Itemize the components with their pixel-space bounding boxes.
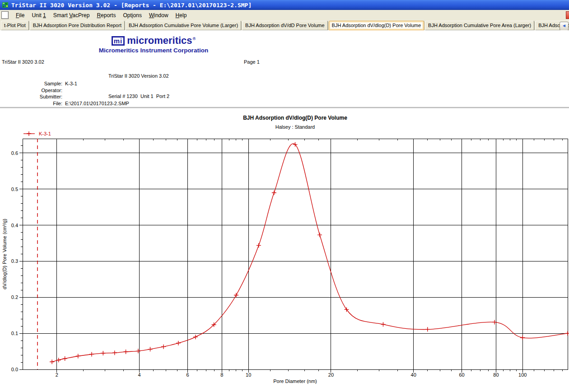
menu-bar: FileUnit 1Smart VacPrepReportsOptionsWin… <box>0 10 569 20</box>
mdi-close-button[interactable] <box>566 11 569 19</box>
field-row: Operator: <box>0 87 129 94</box>
series-line-K-3-1 <box>52 144 568 362</box>
field-row: Submitter: <box>0 93 129 100</box>
svg-text:0.5: 0.5 <box>11 187 18 192</box>
title-bar: TriStar II 3020 Version 3.02 - [Reports … <box>0 0 569 10</box>
y-axis-title: dV/dlog(D) Pore Volume (cm³/g) <box>2 219 7 289</box>
sample-fields: Sample:K-3-1Operator:Submitter:File:E:\2… <box>0 80 129 107</box>
menu-window[interactable]: Window <box>145 11 172 19</box>
svg-text:0.1: 0.1 <box>11 331 18 336</box>
instrument-version: TriStar II 3020 Version 3.02 <box>108 73 169 79</box>
svg-text:8: 8 <box>220 372 223 378</box>
svg-text:0.4: 0.4 <box>11 223 18 228</box>
mdi-document-icon[interactable] <box>1 11 9 19</box>
field-label: Sample: <box>0 80 62 87</box>
svg-text:0.0: 0.0 <box>11 367 18 372</box>
corporation-name: Micromeritics Instrument Corporation <box>0 47 307 54</box>
svg-text:0.2: 0.2 <box>11 294 18 300</box>
field-label: Operator: <box>0 87 62 94</box>
svg-text:40: 40 <box>411 372 416 378</box>
vendor-logo: mi micromeritics® Micromeritics Instrume… <box>0 35 307 54</box>
field-label: Submitter: <box>0 93 62 100</box>
svg-text:20: 20 <box>328 372 334 378</box>
pore-volume-chart: 246810204060801000.00.10.20.30.40.50.6K-… <box>0 108 569 392</box>
menu-reports[interactable]: Reports <box>93 11 119 19</box>
series-markers-K-3-1 <box>50 142 569 364</box>
window-title: TriStar II 3020 Version 3.02 - [Reports … <box>11 2 252 9</box>
legend-label: K-3-1 <box>39 131 51 136</box>
menu-options[interactable]: Options <box>119 11 145 19</box>
menu-unit-1[interactable]: Unit 1 <box>28 11 49 19</box>
report-app-version: TriStar II 3020 3.02 <box>2 59 44 65</box>
app-icon <box>2 1 9 9</box>
svg-text:6: 6 <box>186 372 189 378</box>
field-row: Sample:K-3-1 <box>0 80 129 87</box>
tab-5[interactable]: BJH Adsorption dV/dlog(D) Pore Volume <box>329 21 424 30</box>
svg-text:10: 10 <box>246 372 251 378</box>
menu-smart-vacprep[interactable]: Smart VacPrep <box>50 11 93 19</box>
plot-frame <box>23 139 568 369</box>
field-value: E:\2017.01\20170123-2.SMP <box>65 100 129 107</box>
application-window: TriStar II 3020 Version 3.02 - [Reports … <box>0 0 569 392</box>
report-page: mi micromeritics® Micromeritics Instrume… <box>0 30 569 392</box>
menu-items: FileUnit 1Smart VacPrepReportsOptionsWin… <box>12 11 190 19</box>
chart-tick-labels: 246810204060801000.00.10.20.30.40.50.6 <box>11 150 527 378</box>
chart-title: BJH Adsorption dV/dlog(D) Pore Volume <box>243 115 347 121</box>
page-number: Page 1 <box>244 59 260 65</box>
field-row: File:E:\2017.01\20170123-2.SMP <box>0 100 129 107</box>
registered-mark: ® <box>193 37 196 41</box>
tab-3[interactable]: BJH Adsorption Cumulative Pore Volume (L… <box>126 21 241 30</box>
menu-help[interactable]: Help <box>172 11 191 19</box>
field-label: File: <box>0 100 62 107</box>
logo-mark: mi <box>112 36 125 46</box>
tab-2[interactable]: BJH Adsorption Pore Distribution Report <box>30 21 125 30</box>
svg-text:0.6: 0.6 <box>11 150 18 156</box>
tab-strip: t-Plot PlotBJH Adsorption Pore Distribut… <box>0 20 569 30</box>
tab-6[interactable]: BJH Adsorption Cumulative Pore Area (Lar… <box>425 21 534 30</box>
chart-legend: K-3-1 <box>23 131 51 136</box>
chart-subtitle: Halsey : Standard <box>275 124 315 130</box>
chart-ticks <box>19 139 563 373</box>
logo-name: micromeritics® <box>127 35 196 47</box>
svg-text:60: 60 <box>459 372 464 378</box>
svg-text:100: 100 <box>518 372 527 378</box>
tab-4[interactable]: BJH Adsorption dV/dD Pore Volume <box>242 21 327 30</box>
tab-scroll-left-button[interactable]: ◄ <box>560 22 569 31</box>
svg-text:2: 2 <box>56 372 58 378</box>
svg-text:0.3: 0.3 <box>11 258 18 264</box>
chart-gridlines <box>23 139 568 369</box>
report-tab-bar: t-Plot PlotBJH Adsorption Pore Distribut… <box>0 20 569 30</box>
svg-text:4: 4 <box>138 372 141 378</box>
field-value: K-3-1 <box>65 80 77 87</box>
x-axis-title: Pore Diameter (nm) <box>273 378 317 384</box>
menu-file[interactable]: File <box>12 11 28 19</box>
tab-1[interactable]: t-Plot Plot <box>1 21 29 30</box>
svg-text:80: 80 <box>493 372 499 378</box>
